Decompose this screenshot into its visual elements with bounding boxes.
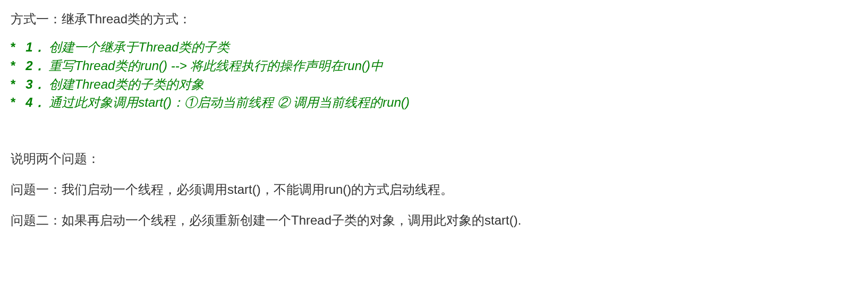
step-number: 4．: [25, 95, 45, 109]
step-star: *: [11, 93, 22, 112]
method-heading: 方式一：继承Thread类的方式：: [11, 10, 857, 29]
note-q2: 问题二：如果再启动一个线程，必须重新创建一个Thread子类的对象，调用此对象的…: [11, 211, 857, 230]
step-star: *: [11, 57, 22, 75]
step-text: 创建Thread类的子类的对象: [49, 77, 204, 91]
step-star: *: [11, 75, 22, 94]
note-q1: 问题一：我们启动一个线程，必须调用start()，不能调用run()的方式启动线…: [11, 180, 857, 199]
steps-block: * 1． 创建一个继承于Thread类的子类 * 2． 重写Thread类的ru…: [11, 38, 857, 112]
step-1: * 1． 创建一个继承于Thread类的子类: [11, 38, 857, 57]
notes-title: 说明两个问题：: [11, 149, 857, 168]
step-text: 创建一个继承于Thread类的子类: [49, 40, 229, 54]
step-text: 通过此对象调用start()：①启动当前线程 ② 调用当前线程的run(): [49, 95, 410, 109]
step-3: * 3． 创建Thread类的子类的对象: [11, 75, 857, 94]
step-number: 1．: [25, 40, 45, 54]
step-number: 2．: [25, 58, 45, 73]
spacer: [11, 112, 857, 149]
step-star: *: [11, 38, 22, 57]
step-number: 3．: [25, 77, 45, 91]
step-4: * 4． 通过此对象调用start()：①启动当前线程 ② 调用当前线程的run…: [11, 93, 857, 112]
step-2: * 2． 重写Thread类的run() --> 将此线程执行的操作声明在run…: [11, 57, 857, 75]
step-text: 重写Thread类的run() --> 将此线程执行的操作声明在run()中: [49, 58, 383, 73]
